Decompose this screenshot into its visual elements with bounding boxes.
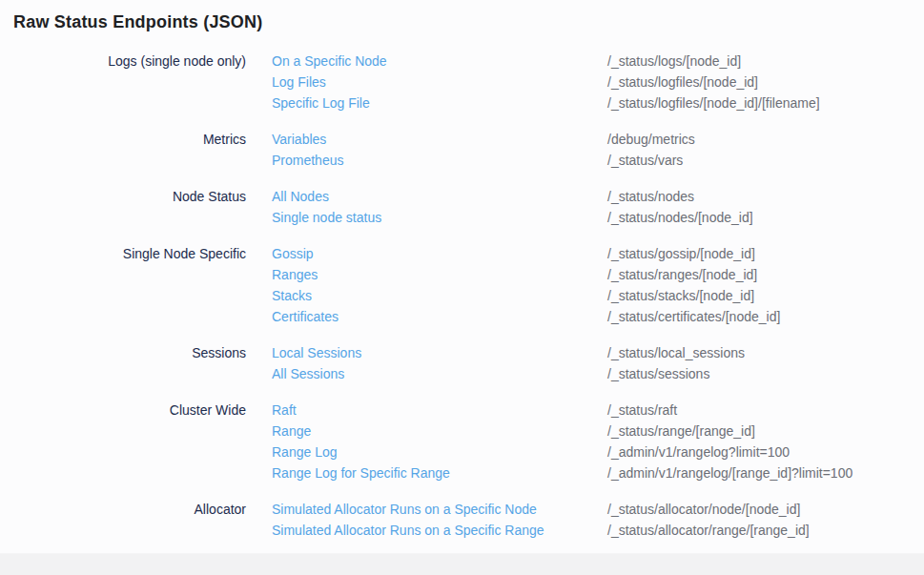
endpoint-link-gossip[interactable]: Gossip [272,243,607,264]
endpoint-path: /_status/nodes/[node_id] [607,207,753,228]
endpoint-entries: Local Sessions /_status/local_sessions A… [272,342,745,384]
endpoint-link-raft[interactable]: Raft [272,400,607,421]
endpoint-path: /_status/ranges/[node_id] [607,264,757,285]
endpoint-entries: Gossip /_status/gossip/[node_id] Ranges … [272,243,780,327]
endpoint-entries: Simulated Allocator Runs on a Specific N… [272,499,810,541]
endpoint-group-sessions: Sessions Local Sessions /_status/local_s… [13,342,924,384]
endpoint-path: /_status/stacks/[node_id] [607,285,754,306]
category-label-metrics: Metrics [13,129,246,171]
endpoint-link-stacks[interactable]: Stacks [272,285,607,306]
endpoint-row: Local Sessions /_status/local_sessions [272,342,745,363]
endpoint-row: Simulated Allocator Runs on a Specific R… [272,520,810,541]
endpoint-link-specific-log-file[interactable]: Specific Log File [272,92,607,113]
endpoint-path: /_status/certificates/[node_id] [607,306,780,327]
endpoint-link-prometheus[interactable]: Prometheus [272,150,607,171]
endpoint-row: Simulated Allocator Runs on a Specific N… [272,499,810,520]
category-label-logs: Logs (single node only) [13,51,246,113]
endpoint-link-range[interactable]: Range [272,421,607,442]
endpoint-row: Single node status /_status/nodes/[node_… [272,207,753,228]
endpoint-path: /_status/local_sessions [607,342,745,363]
endpoint-row: Prometheus /_status/vars [272,150,695,171]
page-title: Raw Status Endpoints (JSON) [13,12,924,32]
endpoint-row: Gossip /_status/gossip/[node_id] [272,243,780,264]
endpoint-group-metrics: Metrics Variables /debug/metrics Prometh… [13,129,924,171]
endpoint-link-local-sessions[interactable]: Local Sessions [272,342,607,363]
endpoint-entries: On a Specific Node /_status/logs/[node_i… [272,51,820,113]
endpoint-row: All Sessions /_status/sessions [272,363,745,384]
raw-status-endpoints-page: Raw Status Endpoints (JSON) Logs (single… [0,0,924,541]
endpoint-link-range-log[interactable]: Range Log [272,442,607,462]
endpoint-link-all-nodes[interactable]: All Nodes [272,186,607,207]
endpoint-group-single-node-specific: Single Node Specific Gossip /_status/gos… [13,243,924,327]
endpoint-group-node-status: Node Status All Nodes /_status/nodes Sin… [13,186,924,228]
endpoint-path: /_status/allocator/range/[range_id] [607,520,810,541]
category-label-cluster-wide: Cluster Wide [13,400,246,483]
endpoint-path: /_admin/v1/rangelog/[range_id]?limit=100 [607,462,852,483]
endpoint-path: /_status/allocator/node/[node_id] [607,499,800,520]
endpoint-path: /_status/logfiles/[node_id]/[filename] [607,92,820,113]
endpoint-entries: Variables /debug/metrics Prometheus /_st… [272,129,695,171]
endpoint-group-logs: Logs (single node only) On a Specific No… [13,51,924,113]
endpoint-row: Ranges /_status/ranges/[node_id] [272,264,780,285]
endpoint-link-single-node-status[interactable]: Single node status [272,207,607,228]
endpoint-link-variables[interactable]: Variables [272,129,607,150]
endpoint-path: /_status/sessions [607,363,709,384]
endpoint-row: Raft /_status/raft [272,400,852,421]
endpoint-link-range-log-for-specific-range[interactable]: Range Log for Specific Range [272,462,607,483]
endpoint-link-all-sessions[interactable]: All Sessions [272,363,607,384]
endpoint-link-simulated-allocator-range[interactable]: Simulated Allocator Runs on a Specific R… [272,520,607,541]
endpoint-row: Log Files /_status/logfiles/[node_id] [272,72,820,92]
endpoint-path: /debug/metrics [607,129,695,150]
endpoint-path: /_status/range/[range_id] [607,421,755,442]
endpoint-link-log-files[interactable]: Log Files [272,72,607,92]
endpoint-path: /_admin/v1/rangelog?limit=100 [607,442,790,462]
endpoint-entries: Raft /_status/raft Range /_status/range/… [272,400,852,483]
endpoint-row: Stacks /_status/stacks/[node_id] [272,285,780,306]
endpoint-row: Range /_status/range/[range_id] [272,421,852,442]
endpoint-row: Certificates /_status/certificates/[node… [272,306,780,327]
endpoint-link-simulated-allocator-node[interactable]: Simulated Allocator Runs on a Specific N… [272,499,607,520]
category-label-allocator: Allocator [13,499,246,541]
category-label-single-node-specific: Single Node Specific [13,243,246,327]
endpoint-row: On a Specific Node /_status/logs/[node_i… [272,51,820,72]
endpoint-path: /_status/logs/[node_id] [607,51,741,72]
endpoint-link-on-a-specific-node[interactable]: On a Specific Node [272,51,607,72]
endpoint-row: Range Log /_admin/v1/rangelog?limit=100 [272,442,852,462]
endpoint-row: Specific Log File /_status/logfiles/[nod… [272,92,820,113]
endpoint-path: /_status/gossip/[node_id] [607,243,755,264]
endpoint-link-certificates[interactable]: Certificates [272,306,607,327]
endpoint-path: /_status/nodes [607,186,694,207]
footer-strip [0,553,924,575]
endpoint-link-ranges[interactable]: Ranges [272,264,607,285]
category-label-sessions: Sessions [13,342,246,384]
endpoint-group-cluster-wide: Cluster Wide Raft /_status/raft Range /_… [13,400,924,483]
endpoint-path: /_status/vars [607,150,683,171]
endpoint-group-allocator: Allocator Simulated Allocator Runs on a … [13,499,924,541]
endpoint-row: Range Log for Specific Range /_admin/v1/… [272,462,852,483]
endpoint-path: /_status/logfiles/[node_id] [607,72,758,92]
endpoint-entries: All Nodes /_status/nodes Single node sta… [272,186,753,228]
endpoint-row: All Nodes /_status/nodes [272,186,753,207]
endpoint-row: Variables /debug/metrics [272,129,695,150]
endpoint-path: /_status/raft [607,400,677,421]
category-label-node-status: Node Status [13,186,246,228]
